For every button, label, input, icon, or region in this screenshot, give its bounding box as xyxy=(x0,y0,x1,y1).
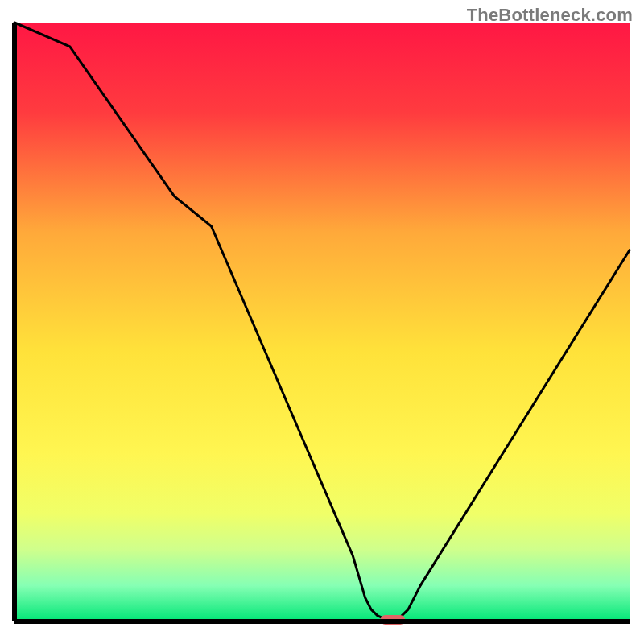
bottleneck-chart: TheBottleneck.com xyxy=(0,0,644,644)
watermark-text: TheBottleneck.com xyxy=(467,5,633,26)
chart-gradient-background xyxy=(14,23,630,621)
chart-canvas xyxy=(0,0,644,644)
